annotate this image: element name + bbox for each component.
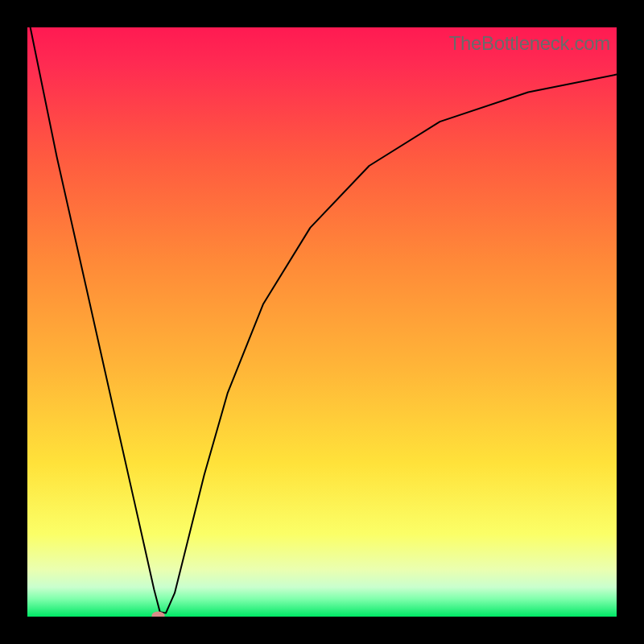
attribution-label: TheBottleneck.com bbox=[449, 32, 610, 55]
plot-area: TheBottleneck.com bbox=[27, 27, 617, 617]
gradient-background bbox=[27, 27, 617, 617]
chart-frame: TheBottleneck.com bbox=[0, 0, 644, 644]
chart-svg bbox=[27, 27, 617, 617]
